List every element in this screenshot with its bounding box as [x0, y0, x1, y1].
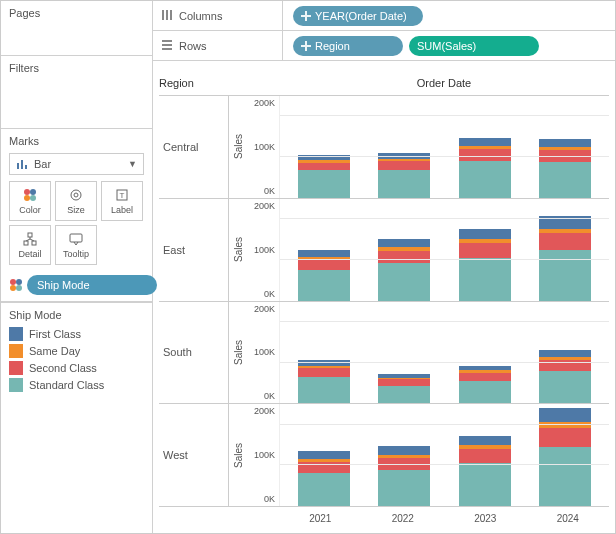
bar-segment[interactable] — [459, 258, 511, 301]
marks-type-dropdown[interactable]: Bar ▼ — [9, 153, 144, 175]
y-tick-label: 200K — [254, 98, 275, 108]
bar-segment[interactable] — [298, 270, 350, 300]
legend-label: First Class — [29, 328, 81, 340]
rows-pill-region[interactable]: Region — [293, 36, 403, 56]
size-button[interactable]: Size — [55, 181, 97, 221]
legend-item[interactable]: First Class — [9, 327, 144, 341]
y-tick-label: 100K — [254, 450, 275, 460]
bar-segment[interactable] — [298, 473, 350, 506]
y-axis-ticks: 200K100K0K — [247, 199, 279, 301]
y-axis-title: Sales — [229, 404, 247, 506]
bar-segment[interactable] — [378, 170, 430, 198]
label-button[interactable]: T Label — [101, 181, 143, 221]
side-panels: Pages Filters Marks Bar ▼ Color Size — [1, 1, 153, 533]
color-dots-icon — [9, 278, 23, 292]
pages-shelf[interactable] — [9, 23, 144, 49]
svg-point-20 — [10, 285, 16, 291]
svg-rect-31 — [305, 41, 307, 51]
y-axis-ticks: 200K100K0K — [247, 404, 279, 506]
x-axis-labels: 2021202220232024 — [279, 507, 609, 529]
shipmode-on-color[interactable]: Ship Mode — [9, 275, 157, 295]
bar-segment[interactable] — [459, 436, 511, 446]
bar-segment[interactable] — [378, 470, 430, 506]
label-label: Label — [111, 205, 133, 215]
bar-segment[interactable] — [298, 451, 350, 459]
bar-segment[interactable] — [378, 239, 430, 248]
x-tick-label: 2022 — [392, 513, 414, 524]
svg-rect-11 — [28, 233, 32, 237]
bar-segment[interactable] — [459, 373, 511, 381]
expand-icon — [301, 41, 311, 51]
y-tick-label: 100K — [254, 142, 275, 152]
bar-segment[interactable] — [298, 377, 350, 404]
bar-segment[interactable] — [298, 170, 350, 197]
bar-segment[interactable] — [459, 138, 511, 146]
bar-segment[interactable] — [459, 229, 511, 239]
y-axis-title: Sales — [229, 96, 247, 198]
legend-items: First ClassSame DaySecond ClassStandard … — [9, 327, 144, 392]
bar-segment[interactable] — [459, 463, 511, 506]
filters-shelf[interactable] — [9, 78, 144, 122]
legend-item[interactable]: Second Class — [9, 361, 144, 375]
svg-rect-27 — [162, 40, 172, 42]
rows-shelf[interactable]: Region SUM(Sales) — [283, 31, 615, 60]
legend-item[interactable]: Standard Class — [9, 378, 144, 392]
filters-title: Filters — [9, 62, 144, 74]
svg-rect-28 — [162, 44, 172, 46]
bar-segment[interactable] — [539, 139, 591, 147]
pages-panel: Pages — [1, 1, 152, 56]
bar-segment[interactable] — [378, 263, 430, 300]
svg-rect-1 — [21, 160, 23, 169]
y-tick-label: 0K — [264, 186, 275, 196]
bar-segment[interactable] — [459, 243, 511, 258]
color-icon — [23, 187, 37, 203]
svg-point-3 — [24, 189, 30, 195]
bar-segment[interactable] — [298, 250, 350, 257]
bar-segment[interactable] — [298, 163, 350, 171]
bar-segment[interactable] — [378, 446, 430, 455]
svg-point-18 — [10, 279, 16, 285]
legend-item[interactable]: Same Day — [9, 344, 144, 358]
facet-row: SouthSales200K100K0K — [159, 302, 609, 405]
rows-pill-sales[interactable]: SUM(Sales) — [409, 36, 539, 56]
facet-row-label: Central — [159, 96, 229, 198]
bar-segment[interactable] — [539, 250, 591, 301]
tooltip-button[interactable]: Tooltip — [55, 225, 97, 265]
bar-segment[interactable] — [459, 381, 511, 404]
y-tick-label: 200K — [254, 201, 275, 211]
facet-row: CentralSales200K100K0K — [159, 96, 609, 199]
columns-shelf-row: Columns YEAR(Order Date) — [153, 1, 615, 31]
x-axis: 2021202220232024 — [159, 507, 609, 529]
expand-icon — [301, 11, 311, 21]
bar-segment[interactable] — [539, 371, 591, 403]
bar-segment[interactable] — [539, 233, 591, 249]
bar-segment[interactable] — [298, 260, 350, 270]
svg-rect-23 — [166, 10, 168, 20]
bars-cell — [279, 302, 609, 404]
bar-segment[interactable] — [539, 162, 591, 198]
bar-segment[interactable] — [459, 161, 511, 198]
bar-segment[interactable] — [298, 368, 350, 377]
y-axis-title: Sales — [229, 199, 247, 301]
chart-rows: CentralSales200K100K0KEastSales200K100K0… — [159, 95, 609, 507]
date-header: Order Date — [279, 77, 609, 91]
svg-rect-0 — [17, 163, 19, 169]
legend-swatch — [9, 327, 23, 341]
bar-segment[interactable] — [539, 350, 591, 357]
bar-segment[interactable] — [378, 386, 430, 404]
color-button[interactable]: Color — [9, 181, 51, 221]
detail-button[interactable]: Detail — [9, 225, 51, 265]
svg-point-19 — [16, 279, 22, 285]
x-tick-label: 2024 — [557, 513, 579, 524]
facet-row-label: East — [159, 199, 229, 301]
bar-segment[interactable] — [539, 408, 591, 422]
bar-segment[interactable] — [539, 447, 591, 506]
bar-segment[interactable] — [378, 161, 430, 170]
columns-pill-year[interactable]: YEAR(Order Date) — [293, 6, 423, 26]
bar-segment[interactable] — [539, 428, 591, 448]
tooltip-icon — [69, 231, 83, 247]
bar-segment[interactable] — [378, 251, 430, 264]
bar-segment[interactable] — [459, 449, 511, 463]
bar-segment[interactable] — [459, 149, 511, 161]
columns-shelf[interactable]: YEAR(Order Date) — [283, 1, 615, 30]
